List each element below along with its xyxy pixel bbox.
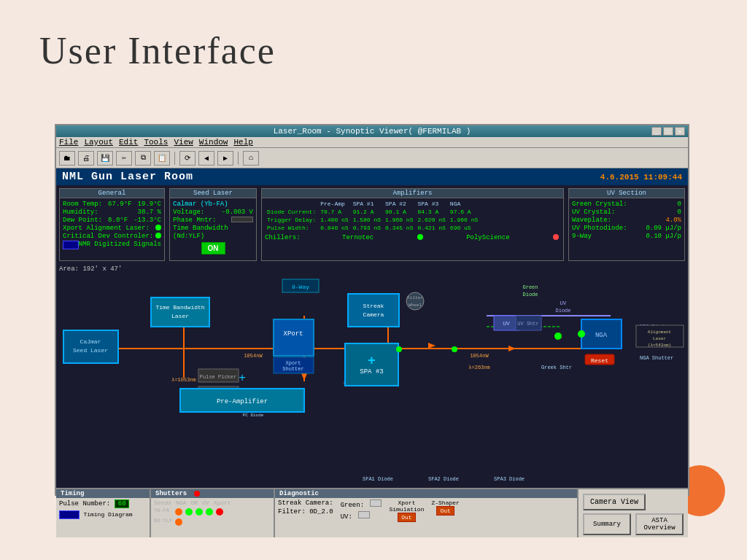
action-buttons-content: Camera View Summary ASTA Overview: [578, 489, 688, 540]
digitized-label: NMR Digitized Signals: [79, 241, 161, 249]
spa3-plus: +: [368, 354, 376, 368]
critical-led: [155, 233, 161, 238]
nine-way-row: 9-Way 0.10 μJ/p: [572, 233, 681, 240]
z-shaper-label: Z-Shaper: [431, 499, 459, 506]
xport-label: Xport Alignment Laser:: [63, 225, 150, 232]
green-crystal-row: Green Crystal: 0: [572, 201, 681, 208]
xport-row: Xport Alignment Laser:: [63, 225, 161, 232]
toolbar-forward[interactable]: ▶: [217, 151, 233, 166]
menu-window[interactable]: Window: [199, 138, 228, 147]
menu-tools[interactable]: Tools: [144, 138, 168, 147]
green-crystal-label: Green Crystal:: [572, 201, 627, 208]
diagnostic-content: Streak Camera: Filter: 0D_2.0 Green:: [275, 498, 577, 524]
shutter-yb-dot5: [216, 508, 223, 516]
svg-rect-16: [151, 298, 209, 327]
toolbar-cut[interactable]: ✂: [116, 151, 132, 166]
toolbar-paste[interactable]: 📋: [154, 151, 170, 166]
svg-text:PC Diode: PC Diode: [243, 413, 264, 418]
dew-point-row: Dew Point: 8.0°F -13.3°C: [63, 217, 161, 224]
svg-text:Filter: Filter: [407, 295, 423, 300]
toolbar-print[interactable]: 🖨: [78, 151, 94, 166]
toolbar-save[interactable]: 💾: [97, 151, 113, 166]
title-bar-buttons: _ □ ×: [651, 127, 685, 136]
svg-text:Camera: Camera: [363, 311, 384, 318]
green-crystal-val: 0: [678, 201, 681, 208]
critical-label: Critical Dev Controler:: [63, 233, 153, 240]
shutter-yb-dot2: [185, 508, 193, 516]
amp-col-nga: NGA: [448, 200, 480, 208]
menu-file[interactable]: File: [59, 138, 78, 147]
maximize-button[interactable]: □: [663, 127, 673, 136]
svg-point-55: [554, 332, 562, 340]
digitized-row: NMR Digitized Signals: [63, 241, 161, 249]
timing-diagram-label: Timing Diagram: [83, 511, 132, 518]
dew-point-label: Dew Point:: [63, 217, 102, 224]
svg-text:Streak: Streak: [363, 303, 384, 309]
trig-nga: 1.960 nS: [448, 216, 480, 224]
uv-indicator: [358, 511, 370, 518]
svg-text:λ=1053nm: λ=1053nm: [171, 377, 196, 383]
calmar-label: Calmar (Yb-FA): [173, 201, 228, 208]
shutter-yb-dot3: [196, 508, 203, 516]
shutter-yb-fa-row: Yb-FA: [154, 508, 271, 516]
green-uv-indicators: Green: UV:: [341, 499, 382, 521]
shutters-status-led: [194, 491, 200, 497]
svg-text:XPort: XPort: [283, 330, 303, 338]
trigger-label: Trigger Delay:: [265, 216, 318, 224]
on-button[interactable]: ON: [201, 242, 225, 254]
humidity-row: Humidity: 38.7 %: [63, 209, 161, 216]
toolbar: 🖿 🖨 💾 ✂ ⧉ 📋 ⟳ ◀ ▶ ⌂: [56, 148, 688, 168]
toolbar-home[interactable]: ⌂: [243, 151, 259, 166]
toolbar-refresh[interactable]: ⟳: [179, 151, 196, 166]
asta-overview-button[interactable]: ASTA Overview: [635, 513, 684, 535]
voltage-value: -0.003 V: [222, 209, 253, 216]
svg-text:Xport: Xport: [285, 360, 301, 366]
amp-header-row: Pre-Amp SPA #1 SPA #2 SPA #3 NGA: [265, 200, 480, 208]
shutter-nd-ylf-row: Nd:YLF: [154, 518, 271, 526]
nd-ylf-label: (Nd:YLF): [173, 233, 204, 240]
camera-view-button[interactable]: Camera View: [583, 494, 646, 510]
timing-section: Timing Pulse Number: 60 Timing Diagram: [56, 489, 151, 537]
sfa1-diode-label: SFA1 Diode: [363, 476, 393, 482]
summary-button[interactable]: Summary: [583, 513, 631, 535]
menu-layout[interactable]: Layout: [84, 138, 113, 147]
z-out-box: Out: [436, 506, 454, 516]
close-button[interactable]: ×: [675, 127, 685, 136]
pulse-spa2: 0.345 nS: [383, 224, 415, 232]
nd-ylf-label: Nd:YLF: [154, 518, 173, 526]
toolbar-back[interactable]: ◀: [198, 151, 214, 166]
chillers-label: Chillers:: [265, 234, 301, 241]
synoptic-view: Area: 192' x 47': [56, 264, 688, 488]
minimize-button[interactable]: _: [651, 127, 662, 136]
toolbar-separator2: [238, 152, 239, 165]
humidity-value: 38.7 %: [138, 209, 161, 216]
room-temp-label: Room Temp:: [63, 201, 102, 208]
menu-help[interactable]: Help: [233, 138, 252, 147]
timing-diagram-icon: [59, 510, 80, 519]
diode-preamp: 70.7 A: [318, 208, 350, 216]
svg-text:Pulse Picker: Pulse Picker: [200, 374, 236, 380]
shutters-section: Shutters Seeds NGA GR UV Xport Yb-FA: [151, 489, 275, 537]
filter-val: 0D_2.0: [309, 508, 333, 516]
spa2-led-indicator: [452, 346, 457, 352]
toolbar-copy[interactable]: ⧉: [135, 151, 151, 166]
application-window: Laser_Room - Synoptic Viewer( @FERMILAB …: [55, 124, 689, 496]
menu-view[interactable]: View: [174, 138, 193, 147]
yb-fa-label: Yb-FA: [154, 508, 173, 516]
shutter-uv-label: UV: [202, 499, 209, 506]
voltage-row: Voltage: -0.003 V: [173, 209, 253, 216]
seed-laser-content: Calmar (Yb-FA) Voltage: -0.003 V Phase M…: [170, 198, 256, 256]
uv-photodiode-label: UV Photodiode:: [572, 225, 627, 232]
svg-text:Green: Green: [522, 284, 538, 290]
shutter-seeds-label: Seeds: [154, 499, 171, 506]
xport-sim-label: Xport Simulation: [389, 499, 424, 513]
action-buttons-section: Camera View Summary ASTA Overview: [578, 489, 688, 537]
toolbar-open[interactable]: 🖿: [59, 151, 75, 166]
xport-sim-group: Xport Simulation Out: [389, 499, 424, 522]
filter-row: Filter: 0D_2.0: [278, 508, 333, 516]
menu-edit[interactable]: Edit: [119, 138, 138, 147]
nine-way-label: 9-Way: [572, 233, 592, 240]
svg-text:CaJmar: CaJmar: [80, 338, 101, 345]
streak-cam-label: Streak Camera:: [278, 499, 333, 507]
diode-spa1: 91.2 A: [351, 208, 383, 216]
